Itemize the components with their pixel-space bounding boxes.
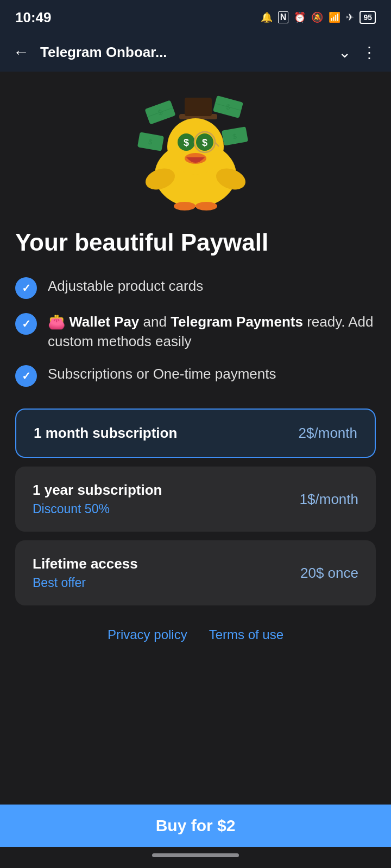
- feature-item-3: ✓ Subscriptions or One-time payments: [15, 364, 376, 387]
- feature-text-2: 👛 Wallet Pay and Telegram Payments ready…: [48, 312, 376, 352]
- check-circle-1: ✓: [15, 277, 37, 299]
- status-time: 10:49: [15, 9, 52, 26]
- sub-card-left-monthly: 1 month subscription: [34, 425, 177, 442]
- check-icon-3: ✓: [22, 369, 31, 382]
- feature-text-1: Adjustable product cards: [48, 276, 203, 296]
- check-circle-3: ✓: [15, 365, 37, 387]
- sub-card-left-yearly: 1 year subscription Discount 50%: [33, 482, 162, 516]
- sub-card-price-monthly: 2$/month: [299, 425, 357, 442]
- sub-card-price-lifetime: 20$ once: [300, 565, 358, 582]
- svg-point-24: [195, 202, 217, 210]
- buy-button[interactable]: Buy for $2: [0, 816, 391, 835]
- feature-item-1: ✓ Adjustable product cards: [15, 276, 376, 299]
- sub-card-left-lifetime: Lifetime access Best offer: [33, 556, 138, 590]
- privacy-policy-link[interactable]: Privacy policy: [108, 627, 187, 642]
- subscription-card-lifetime[interactable]: Lifetime access Best offer 20$ once: [15, 540, 376, 605]
- sub-card-price-yearly: 1$/month: [300, 491, 358, 508]
- feature-text-3: Subscriptions or One-time payments: [48, 364, 276, 384]
- terms-of-use-link[interactable]: Terms of use: [209, 627, 283, 642]
- feature-list: ✓ Adjustable product cards ✓ 👛 Wallet Pa…: [15, 276, 376, 387]
- nav-bar: ← Telegram Onboar... ⌄ ⋮: [0, 33, 391, 72]
- dropdown-button[interactable]: ⌄: [338, 43, 351, 61]
- alarm-icon: ⏰: [294, 11, 306, 23]
- page-title: Your beautiful Paywall: [15, 229, 376, 257]
- subscription-card-yearly[interactable]: 1 year subscription Discount 50% 1$/mont…: [15, 467, 376, 532]
- duck-illustration: $ $ $ $ $ $: [130, 88, 261, 218]
- svg-point-23: [174, 202, 195, 210]
- airplane-icon: ✈: [346, 11, 354, 23]
- notification-icon: 🔔: [261, 11, 273, 23]
- sub-card-discount-yearly: Discount 50%: [33, 502, 162, 516]
- battery-icon: 95: [360, 11, 376, 24]
- buy-button-container: Buy for $2: [0, 805, 391, 847]
- feature-item-2: ✓ 👛 Wallet Pay and Telegram Payments rea…: [15, 312, 376, 352]
- subscription-card-monthly[interactable]: 1 month subscription 2$/month: [15, 409, 376, 458]
- footer-links: Privacy policy Terms of use: [15, 627, 376, 642]
- check-circle-2: ✓: [15, 313, 37, 335]
- sub-card-best-offer-lifetime: Best offer: [33, 576, 138, 590]
- status-icons: 🔔 N ⏰ 🔕 📶 ✈ 95: [261, 11, 376, 24]
- svg-text:$: $: [184, 137, 189, 148]
- nav-title: Telegram Onboar...: [40, 44, 327, 61]
- svg-text:$: $: [202, 137, 207, 148]
- hero-section: $ $ $ $ $ $: [15, 72, 376, 229]
- sub-card-title-monthly: 1 month subscription: [34, 425, 177, 442]
- more-button[interactable]: ⋮: [362, 43, 378, 61]
- sub-card-title-lifetime: Lifetime access: [33, 556, 138, 572]
- mute-icon: 🔕: [311, 11, 323, 23]
- check-icon-2: ✓: [22, 317, 31, 330]
- subscription-cards: 1 month subscription 2$/month 1 year sub…: [15, 409, 376, 605]
- main-content: $ $ $ $ $ $: [0, 72, 391, 805]
- nfc-icon: N: [278, 11, 289, 23]
- svg-rect-11: [185, 98, 212, 116]
- home-bar: [152, 853, 239, 857]
- home-indicator: [0, 847, 391, 868]
- sub-card-title-yearly: 1 year subscription: [33, 482, 162, 499]
- wifi-icon: 📶: [329, 11, 340, 23]
- status-bar: 10:49 🔔 N ⏰ 🔕 📶 ✈ 95: [0, 0, 391, 33]
- back-button[interactable]: ←: [13, 43, 29, 61]
- check-icon-1: ✓: [22, 282, 31, 295]
